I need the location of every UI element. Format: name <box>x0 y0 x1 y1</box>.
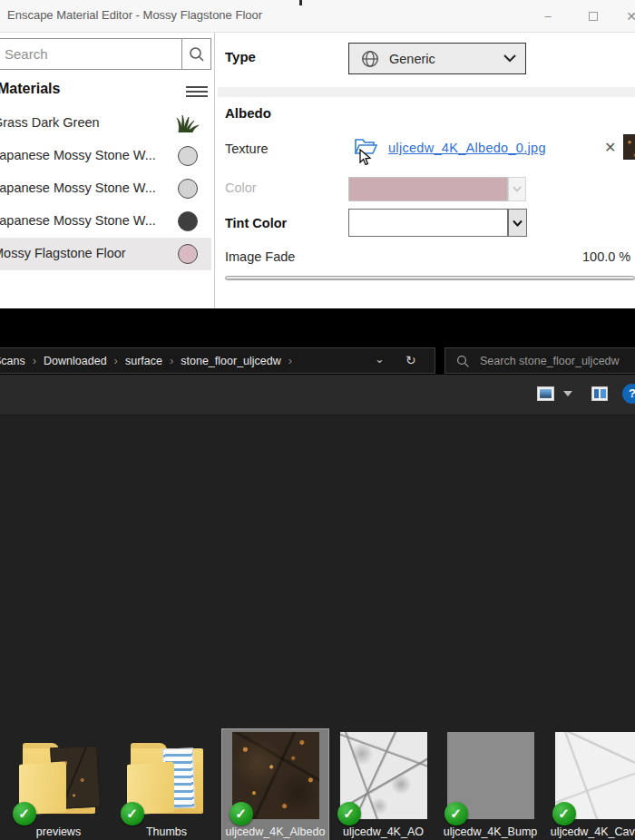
file-tile[interactable]: ✓ uljcedw_4K_Bump <box>437 729 543 840</box>
tint-color-label: Tint Color <box>225 216 287 230</box>
material-item[interactable]: Japanese Mossy Stone W... <box>0 172 211 205</box>
sync-check-icon: ✓ <box>444 802 468 825</box>
breadcrumb-item[interactable]: Scans <box>0 355 27 367</box>
texture-label: Texture <box>225 142 269 156</box>
window-title: Enscape Material Editor - Mossy Flagston… <box>7 8 262 22</box>
type-value: Generic <box>389 52 435 66</box>
sync-check-icon: ✓ <box>230 802 253 825</box>
tint-color-swatch[interactable] <box>348 209 508 237</box>
material-name: Japanese Mossy Stone W... <box>0 213 156 228</box>
material-editor-window: Enscape Material Editor - Mossy Flagston… <box>0 0 635 308</box>
file-name: uljcedw_4K_AO <box>330 825 436 840</box>
preview-pane-icon[interactable] <box>591 386 608 401</box>
search-button[interactable] <box>181 38 211 70</box>
file-tile[interactable]: ✓ Thumbs <box>113 729 220 840</box>
material-item[interactable]: Japanese Mossy Stone W... <box>0 140 211 172</box>
search-placeholder: Search <box>5 46 48 62</box>
clear-texture-button[interactable]: ✕ <box>604 139 616 156</box>
file-name: uljcedw_4K_Bump <box>437 825 543 840</box>
material-search-input[interactable]: Search <box>0 38 182 70</box>
breadcrumb-item[interactable]: Downloaded <box>42 355 109 367</box>
help-icon[interactable]: ? <box>622 384 635 404</box>
explorer-header <box>0 308 635 347</box>
mouse-cursor <box>359 149 372 171</box>
type-label: Type <box>225 49 256 64</box>
material-item[interactable]: Grass Dark Green <box>0 107 211 140</box>
background-window-edge <box>299 0 302 5</box>
breadcrumb-item[interactable]: stone_floor_uljcedw <box>179 355 283 367</box>
material-swatch <box>178 179 198 199</box>
image-fade-slider[interactable] <box>225 276 635 280</box>
type-dropdown[interactable]: Generic <box>348 43 526 74</box>
file-explorer-window: Scans›Downloaded›surface›stone_floor_ulj… <box>0 308 635 840</box>
panel-divider <box>214 33 215 308</box>
breadcrumb-separator-icon: › <box>283 354 298 367</box>
search-icon <box>456 355 470 368</box>
breadcrumb-separator-icon: › <box>109 354 123 367</box>
chevron-down-icon <box>503 54 516 63</box>
material-swatch <box>178 244 198 264</box>
material-name: Mossy Flagstone Floor <box>0 246 126 260</box>
tint-dropdown-button[interactable] <box>508 209 527 237</box>
editor-titlebar[interactable]: Enscape Material Editor - Mossy Flagston… <box>0 0 635 33</box>
refresh-icon[interactable]: ↻ <box>405 353 416 367</box>
file-tile[interactable]: ✓ uljcedw_4K_Albedo <box>222 729 328 840</box>
image-fade-value[interactable]: 100.0 % <box>582 249 635 264</box>
sync-check-icon: ✓ <box>552 802 576 825</box>
view-thumbnails-icon[interactable] <box>537 386 554 401</box>
section-divider <box>218 87 635 97</box>
material-swatch <box>178 146 198 166</box>
address-dropdown-icon[interactable]: ⌄ <box>375 352 385 366</box>
file-name: Thumbs <box>113 825 220 840</box>
breadcrumb-separator-icon: › <box>164 354 179 367</box>
material-swatch <box>178 211 198 231</box>
sync-check-icon: ✓ <box>13 802 36 825</box>
breadcrumb-item[interactable]: surface <box>123 355 164 367</box>
breadcrumb-separator-icon: › <box>27 354 42 367</box>
explorer-toolbar: ? <box>0 375 635 415</box>
search-icon <box>189 46 205 63</box>
image-fade-label: Image Fade <box>225 249 295 264</box>
explorer-search-input[interactable]: Search stone_floor_uljcedw <box>444 347 635 374</box>
file-name: uljcedw_4K_Cavity <box>545 825 635 840</box>
material-item[interactable]: Japanese Mossy Stone W... <box>0 205 211 238</box>
close-button[interactable]: ✕ <box>620 5 635 27</box>
material-name: Japanese Mossy Stone W... <box>0 148 156 162</box>
materials-list: Grass Dark GreenJapanese Mossy Stone W..… <box>0 107 211 270</box>
materials-header: Materials <box>0 81 60 97</box>
color-dropdown-button <box>508 177 526 201</box>
explorer-search-placeholder: Search stone_floor_uljcedw <box>480 355 620 367</box>
file-tile[interactable]: ✓ uljcedw_4K_Cavity <box>545 729 635 840</box>
breadcrumb: Scans›Downloaded›surface›stone_floor_ulj… <box>0 354 298 367</box>
screen: Enscape Material Editor - Mossy Flagston… <box>0 0 635 840</box>
texture-thumbnail[interactable] <box>623 134 635 160</box>
file-name: uljcedw_4K_Albedo <box>222 825 328 840</box>
grass-icon <box>175 114 200 136</box>
chevron-down-icon <box>513 186 522 192</box>
address-bar[interactable]: Scans›Downloaded›surface›stone_floor_ulj… <box>0 347 435 374</box>
minimize-button[interactable]: – <box>537 5 559 27</box>
material-name: Japanese Mossy Stone W... <box>0 181 156 195</box>
maximize-icon <box>589 12 598 21</box>
albedo-section-header: Albedo <box>225 105 271 121</box>
file-grid[interactable]: ✓ previews ✓ Thumbs ✓ uljcedw_4K_Albedo … <box>0 415 635 840</box>
file-tile[interactable]: ✓ uljcedw_4K_AO <box>330 729 436 840</box>
file-name: previews <box>5 825 112 840</box>
texture-file-link[interactable]: uljcedw_4K_Albedo_0.jpg <box>388 141 546 155</box>
albedo-color-swatch <box>348 177 508 201</box>
maximize-button[interactable] <box>582 5 604 27</box>
sync-check-icon: ✓ <box>337 802 361 825</box>
material-name: Grass Dark Green <box>0 115 100 130</box>
menu-icon[interactable] <box>186 83 208 98</box>
generic-type-icon <box>360 49 380 69</box>
sync-check-icon: ✓ <box>121 802 144 825</box>
color-label: Color <box>225 181 257 195</box>
material-item[interactable]: Mossy Flagstone Floor <box>0 238 211 270</box>
chevron-down-icon <box>513 220 523 227</box>
file-tile[interactable]: ✓ previews <box>5 729 112 840</box>
address-row: Scans›Downloaded›surface›stone_floor_ulj… <box>0 347 635 375</box>
view-options-chevron-icon[interactable] <box>563 391 572 396</box>
